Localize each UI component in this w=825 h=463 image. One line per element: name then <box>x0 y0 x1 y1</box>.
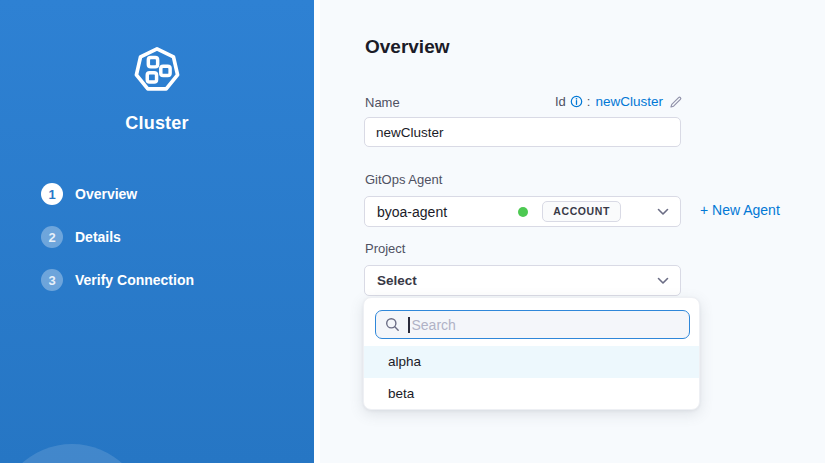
scope-badge: ACCOUNT <box>542 201 621 222</box>
decorative-circle <box>0 444 147 463</box>
step-details[interactable]: 2 Details <box>41 226 194 248</box>
search-input[interactable] <box>412 317 681 333</box>
overview-step-panel: Overview Name Id : newCluster GitOps Age… <box>320 0 825 463</box>
option-alpha[interactable]: alpha <box>364 346 699 378</box>
step-label: Overview <box>75 186 137 202</box>
step-verify-connection[interactable]: 3 Verify Connection <box>41 269 194 291</box>
id-separator: : <box>587 94 591 109</box>
wizard-sidebar: Cluster 1 Overview 2 Details 3 Verify Co… <box>0 0 314 463</box>
wizard-title: Cluster <box>0 113 314 134</box>
name-input[interactable] <box>364 117 681 147</box>
gitops-agent-label: GitOps Agent <box>365 172 442 187</box>
dropdown-search[interactable] <box>375 310 690 339</box>
name-label: Name <box>365 95 400 110</box>
project-label: Project <box>365 241 405 256</box>
step-number: 1 <box>41 183 63 205</box>
agent-health-dot <box>518 207 528 217</box>
info-icon[interactable] <box>570 95 583 108</box>
identifier-row: Id : newCluster <box>555 94 683 109</box>
project-options-list: alpha beta <box>364 346 699 410</box>
new-agent-link[interactable]: + New Agent <box>700 202 780 218</box>
step-label: Details <box>75 229 121 245</box>
gitops-agent-select[interactable]: byoa-agent ACCOUNT <box>364 196 681 227</box>
step-number: 3 <box>41 269 63 291</box>
step-label: Verify Connection <box>75 272 194 288</box>
agent-value: byoa-agent <box>377 204 447 220</box>
project-dropdown-popover: alpha beta <box>363 297 700 410</box>
option-beta[interactable]: beta <box>364 378 699 410</box>
step-number: 2 <box>41 226 63 248</box>
project-select-placeholder: Select <box>377 273 417 288</box>
cluster-icon <box>0 44 314 96</box>
wizard-steps: 1 Overview 2 Details 3 Verify Connection <box>41 183 194 312</box>
text-caret <box>408 317 410 333</box>
search-icon <box>385 317 400 332</box>
project-select[interactable]: Select <box>364 265 681 296</box>
chevron-down-icon <box>657 277 669 285</box>
id-prefix-label: Id <box>555 94 566 109</box>
step-overview[interactable]: 1 Overview <box>41 183 194 205</box>
chevron-down-icon <box>657 208 669 216</box>
edit-id-icon[interactable] <box>669 95 683 109</box>
identifier-value: newCluster <box>595 94 663 109</box>
page-title: Overview <box>365 36 450 58</box>
